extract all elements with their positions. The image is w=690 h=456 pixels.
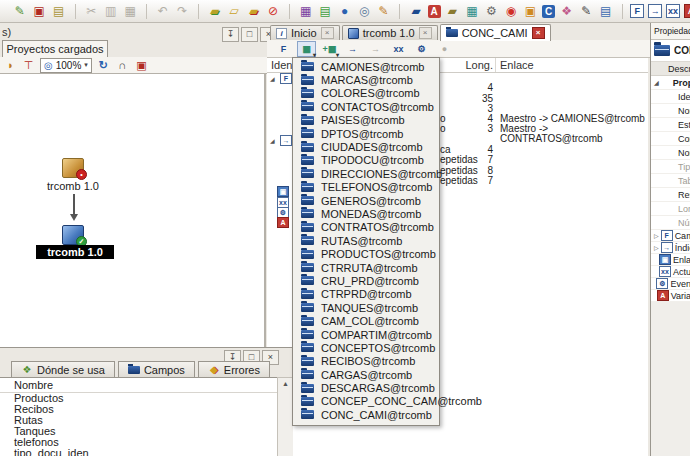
dropdown-table-item[interactable]: CIUDADES@trcomb <box>293 140 439 153</box>
dropdown-table-item[interactable]: CONTRATOS@trcomb <box>293 221 439 234</box>
index-icon[interactable]: → <box>648 4 662 18</box>
folder-olive-icon[interactable]: ▰ <box>445 3 461 20</box>
field-icon[interactable]: F <box>630 4 644 18</box>
property-row[interactable]: Núm <box>651 216 690 230</box>
book-icon[interactable]: ▤ <box>598 3 614 20</box>
dropdown-table-item[interactable]: DPTOS@trcomb <box>293 127 439 140</box>
share-icon[interactable]: ❖ <box>559 3 575 20</box>
diagram-canvas[interactable]: • trcomb 1.0 ✓ trcomb 1.0 <box>0 74 266 347</box>
dropdown-table-item[interactable]: TELEFONOS@trcomb <box>293 181 439 194</box>
table-tool-button[interactable]: ▦ ▾ <box>297 41 316 57</box>
editor-tab[interactable]: CONC_CAMI × <box>440 24 551 41</box>
update-icon[interactable]: xx <box>666 4 680 18</box>
design-edit-icon[interactable]: ✎ <box>376 3 392 20</box>
dropdown-table-item[interactable]: RUTAS@trcomb <box>293 234 439 247</box>
expander-icon[interactable]: ▷ <box>654 244 659 251</box>
close-icon[interactable]: × <box>419 27 432 39</box>
column-enlace[interactable]: Enlace <box>495 58 534 72</box>
folder-remove-icon[interactable]: ▰ <box>246 3 262 20</box>
gear-icon[interactable]: ⚙ <box>484 3 500 20</box>
refresh-icon[interactable]: ↻ <box>96 58 111 72</box>
hat-icon[interactable]: ∩ <box>115 58 130 72</box>
dropdown-table-item[interactable]: MARCAS@trcomb <box>293 73 439 86</box>
property-row[interactable]: Nom <box>651 146 690 160</box>
folder-blue-icon[interactable]: ▰ <box>408 3 424 20</box>
close-icon[interactable]: × <box>532 27 545 39</box>
index-tool-button[interactable]: → <box>343 41 362 57</box>
property-row[interactable]: ◢ Propied <box>651 76 690 90</box>
attribute-icon[interactable]: A <box>428 5 441 18</box>
dropdown-table-item[interactable]: TANQUES@trcomb <box>293 301 439 314</box>
copy-icon[interactable]: ▥ <box>103 3 119 20</box>
dropdown-table-item[interactable]: CONCEP_CONC_CAM@trcomb <box>293 395 439 408</box>
dropdown-table-item[interactable]: CTRPRD@trcomb <box>293 288 439 301</box>
new-document-icon[interactable]: ▤ <box>317 3 333 20</box>
dropdown-table-item[interactable]: CONTACTOS@trcomb <box>293 100 439 113</box>
dropdown-table-item[interactable]: CONCEPTOS@trcomb <box>293 341 439 354</box>
field-tool-button[interactable]: F <box>274 41 293 57</box>
source-model-node[interactable]: • <box>62 158 84 178</box>
dropdown-table-item[interactable]: PAISES@trcomb <box>293 114 439 127</box>
dropdown-table-item[interactable]: DESCARGAS@trcomb <box>293 381 439 394</box>
dropdown-table-item[interactable]: CONC_CAMI@trcomb <box>293 408 439 421</box>
diagram-tool-1-icon[interactable]: ◗ <box>3 58 18 72</box>
target-model-label-selected[interactable]: trcomb 1.0 <box>36 245 114 259</box>
list-item[interactable]: tipo_docu_iden <box>0 448 277 456</box>
float-window-icon[interactable]: □ <box>241 27 258 42</box>
bottom-tab[interactable]: ◆ Errores <box>198 361 270 377</box>
redo-icon[interactable]: ↷ <box>174 3 190 20</box>
editor-tab[interactable]: i Inicio × <box>270 25 340 40</box>
dropdown-table-item[interactable]: MONEDAS@trcomb <box>293 207 439 220</box>
add-table-tool-button[interactable]: +▦ ▾ <box>320 41 339 57</box>
web-icon[interactable]: ● <box>337 3 353 20</box>
paste-icon[interactable]: ▦ <box>122 3 138 20</box>
pin-icon[interactable]: ◉ <box>503 3 519 20</box>
csharp-icon[interactable]: C <box>542 5 555 18</box>
property-row[interactable]: A Varia <box>651 290 690 302</box>
cut-icon[interactable]: ✂ <box>83 3 99 20</box>
property-row[interactable]: xx Actu <box>651 266 690 278</box>
dropdown-table-item[interactable]: TIPODOCU@trcomb <box>293 154 439 167</box>
property-row[interactable]: Descripció <box>651 62 690 76</box>
dropdown-table-item[interactable]: CARGAS@trcomb <box>293 368 439 381</box>
property-row[interactable]: Nom <box>651 104 690 118</box>
scrollbar[interactable]: ▲ <box>277 377 293 456</box>
new-edit-icon[interactable]: ✎ <box>12 3 28 20</box>
block-icon[interactable]: ▣ <box>523 3 539 20</box>
property-row[interactable]: Tipo <box>651 160 690 174</box>
search-icon[interactable]: ◎ <box>356 3 372 20</box>
target-model-node[interactable]: ✓ <box>62 225 84 245</box>
dropdown-table-item[interactable]: RECIBOS@trcomb <box>293 355 439 368</box>
dropdown-table-item[interactable]: DIRECCIONES@trcomb <box>293 167 439 180</box>
save-image-icon[interactable]: ▣ <box>134 58 149 72</box>
folder-open-icon[interactable]: ▱ <box>226 3 242 20</box>
property-row[interactable]: Com <box>651 132 690 146</box>
dropdown-table-item[interactable]: CAM_COL@trcomb <box>293 314 439 327</box>
diagram-tool-2-icon[interactable]: ⊤ <box>21 58 36 72</box>
expander-icon[interactable]: ◢ <box>654 79 659 86</box>
save-icon[interactable]: ▣ <box>32 3 48 20</box>
chevron-down-icon[interactable]: ▾ <box>84 61 88 69</box>
zoom-control[interactable]: ◎ 100% ▾ <box>40 58 92 73</box>
folder-add-icon[interactable]: ▰ <box>207 3 223 20</box>
list-column-header[interactable]: Nombre <box>0 378 277 393</box>
property-row[interactable]: Estil <box>651 118 690 132</box>
index-outline-tool-button[interactable]: → <box>366 41 385 57</box>
update-tool-button[interactable]: xx <box>389 41 408 57</box>
image-icon[interactable]: ▦ <box>464 3 480 20</box>
dropdown-table-item[interactable]: CTRRUTA@trcomb <box>293 261 439 274</box>
undo-icon[interactable]: ↶ <box>155 3 171 20</box>
property-row[interactable]: ▷ F Cam <box>651 230 690 242</box>
property-row[interactable]: Long <box>651 202 690 216</box>
bottom-tab[interactable]: ❖ Dónde se usa <box>11 361 115 377</box>
dropdown-table-item[interactable]: COLORES@trcomb <box>293 87 439 100</box>
scroll-up-icon[interactable]: ▲ <box>278 378 293 390</box>
close-icon[interactable]: × <box>321 27 334 39</box>
variable-icon[interactable]: A <box>684 4 690 18</box>
dropdown-table-item[interactable]: PRODUCTOS@trcomb <box>293 247 439 260</box>
palette-icon[interactable]: ▦ <box>298 3 314 20</box>
stop-icon[interactable]: ⊘ <box>265 3 281 20</box>
property-row[interactable]: ▣ Enla <box>651 254 690 266</box>
property-row[interactable]: Iden <box>651 90 690 104</box>
bottom-tab[interactable]: Campos <box>118 361 195 377</box>
